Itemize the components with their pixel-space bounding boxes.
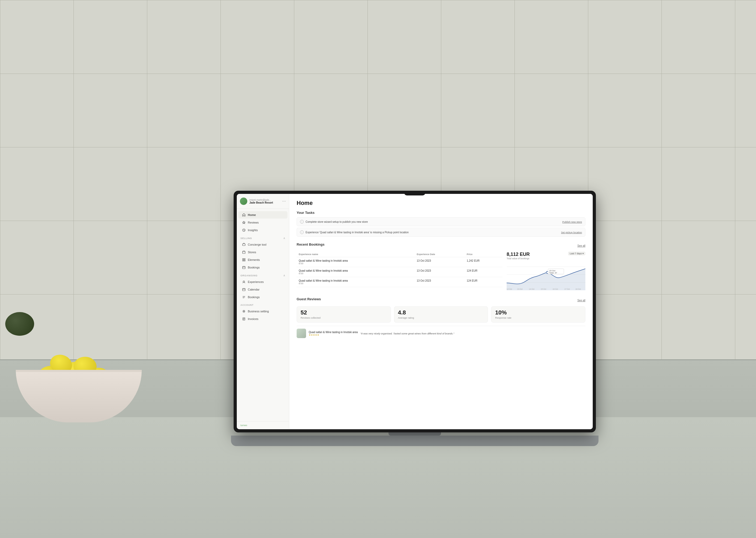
sidebar-item-calendar[interactable]: Calendar bbox=[238, 286, 287, 293]
task-link-1[interactable]: Publish new store bbox=[562, 220, 582, 223]
task-text-2: Experience 'Quad safari & Wine tasting i… bbox=[306, 231, 409, 234]
booking-name-3: Quad safari & Wine tasting in Imotski ar… bbox=[299, 279, 412, 282]
see-all-reviews-link[interactable]: See all bbox=[577, 299, 586, 302]
review-text: "It was very nicely organised. Tasted so… bbox=[360, 332, 454, 335]
booking-price-2: 124 EUR bbox=[467, 269, 500, 272]
svg-text:12 Oct: 12 Oct bbox=[507, 288, 512, 290]
reviews-stats: 52 Reviews collected 4.8 Average rating … bbox=[297, 306, 586, 323]
review-details: Quad safari & Wine tasting in Imotski ar… bbox=[309, 331, 358, 336]
chart-label: Total value of bookings bbox=[507, 257, 530, 260]
table-row[interactable]: Quad safari & Wine tasting in Imotski ar… bbox=[297, 277, 502, 287]
experiences-label: Experiences bbox=[248, 280, 264, 284]
svg-rect-5 bbox=[243, 260, 244, 261]
sidebar-footer: turneo bbox=[237, 421, 289, 429]
booking-price-3: 124 EUR bbox=[467, 279, 500, 282]
stores-label: Stores bbox=[248, 250, 256, 254]
sidebar-item-bookings-sell[interactable]: Bookings bbox=[238, 264, 287, 271]
laptop-wrapper: imipeti.martin@jade... Jade Beach Resort… bbox=[231, 191, 598, 446]
sidebar-item-bookings-org[interactable]: Bookings bbox=[238, 294, 287, 301]
booking-date-1: 13 Oct 2023 bbox=[414, 257, 465, 267]
stat-number-rating: 4.8 bbox=[398, 310, 484, 315]
bookings-org-icon bbox=[242, 295, 246, 299]
sidebar-item-elements[interactable]: Elements bbox=[238, 256, 287, 263]
bookings-table: Experience name Experience Date Price Qu… bbox=[297, 252, 502, 287]
svg-text:13 Oct: 13 Oct bbox=[517, 288, 523, 290]
svg-rect-4 bbox=[244, 258, 245, 259]
laptop-screen: imipeti.martin@jade... Jade Beach Resort… bbox=[237, 194, 593, 429]
settings-icon bbox=[242, 309, 246, 313]
bookings-layout: Experience name Experience Date Price Qu… bbox=[297, 252, 586, 291]
col-header-name: Experience name bbox=[297, 252, 414, 257]
bookings-section-title: Recent Bookings bbox=[297, 242, 324, 246]
main-content: Home Your Tasks i Complete store wizard … bbox=[289, 194, 593, 429]
reviews-section: Guest Reviews See all 52 Reviews collect… bbox=[297, 297, 586, 341]
laptop-notch bbox=[404, 191, 425, 195]
star-icon bbox=[242, 221, 246, 224]
booking-price-1: 1,242 EUR bbox=[467, 259, 500, 262]
svg-rect-2 bbox=[243, 252, 245, 253]
task-left-1: i Complete store wizard setup to publish… bbox=[300, 220, 368, 224]
svg-rect-3 bbox=[243, 258, 244, 259]
review-exp-name: Quad safari & Wine tasting in Imotski ar… bbox=[309, 331, 358, 334]
bookings-table-container: Experience name Experience Date Price Qu… bbox=[297, 252, 502, 291]
svg-text:14 Oct: 14 Oct bbox=[529, 288, 535, 290]
insights-label: Insights bbox=[248, 229, 258, 232]
see-all-bookings-link[interactable]: See all bbox=[577, 244, 586, 247]
sidebar-item-home[interactable]: Home bbox=[238, 211, 287, 219]
business-setting-label: Business setting bbox=[248, 310, 269, 313]
svg-text:Total: 37: Total: 37 bbox=[549, 272, 557, 274]
task-text-1: Complete store wizard setup to publish y… bbox=[306, 220, 368, 223]
collapse-organising-icon[interactable]: ∧ bbox=[283, 274, 285, 277]
sidebar-item-stores[interactable]: Stores bbox=[238, 248, 287, 256]
brand-info: imipeti.martin@jade... Jade Beach Resort bbox=[249, 198, 280, 204]
svg-text:17 Oct: 17 Oct bbox=[564, 288, 570, 290]
stat-number-response: 10% bbox=[495, 310, 582, 315]
calendar-label: Calendar bbox=[248, 288, 260, 291]
svg-text:15 Oct: 15 Oct bbox=[541, 288, 546, 290]
svg-rect-1 bbox=[243, 244, 245, 245]
booking-time-2: 8:00 bbox=[299, 272, 412, 275]
selling-section-label: SELLING ∧ bbox=[237, 234, 289, 241]
sidebar-item-experiences[interactable]: Experiences bbox=[238, 278, 287, 286]
sidebar-item-insights[interactable]: Insights bbox=[238, 227, 287, 234]
user-email: imipeti.martin@jade... bbox=[249, 198, 280, 201]
sidebar-item-concierge[interactable]: Concierge tool bbox=[238, 241, 287, 248]
chart-info: 8,112 EUR Total value of bookings bbox=[507, 252, 530, 260]
laptop-screen-outer: imipeti.martin@jade... Jade Beach Resort… bbox=[234, 191, 596, 432]
task-item-2: i Experience 'Quad safari & Wine tasting… bbox=[297, 228, 586, 237]
sidebar-item-invoices[interactable]: Invoices bbox=[238, 315, 287, 323]
sidebar-item-business-setting[interactable]: Business setting bbox=[238, 308, 287, 315]
laptop-base bbox=[231, 436, 598, 446]
brand-name: Jade Beach Resort bbox=[249, 201, 280, 204]
invoices-label: Invoices bbox=[248, 317, 258, 320]
sidebar-item-reviews[interactable]: Reviews bbox=[238, 219, 287, 226]
chart-period-selector[interactable]: Last 7 days ▾ bbox=[568, 252, 586, 255]
svg-rect-6 bbox=[244, 260, 245, 261]
reviews-label: Reviews bbox=[248, 221, 259, 224]
chart-header: 8,112 EUR Total value of bookings Last 7… bbox=[507, 252, 586, 260]
avatar bbox=[240, 197, 247, 205]
task-link-2[interactable]: Set pickup location bbox=[561, 231, 582, 234]
table-row[interactable]: Quad safari & Wine tasting in Imotski ar… bbox=[297, 257, 502, 267]
svg-rect-7 bbox=[243, 266, 245, 269]
sidebar-header: imipeti.martin@jade... Jade Beach Resort… bbox=[237, 194, 289, 209]
booking-time-1: 8:00 bbox=[299, 262, 412, 265]
chart-period-label: Last 7 days bbox=[570, 252, 582, 255]
bowl bbox=[16, 370, 142, 422]
stores-icon bbox=[242, 250, 246, 254]
booking-date-3: 13 Oct 2023 bbox=[414, 277, 465, 287]
footer-brand: turneo bbox=[240, 424, 285, 427]
collapse-selling-icon[interactable]: ∧ bbox=[283, 237, 285, 240]
review-item-1: Quad safari & Wine tasting in Imotski ar… bbox=[297, 326, 586, 341]
svg-rect-9 bbox=[243, 289, 245, 291]
stat-card-rating: 4.8 Average rating bbox=[394, 306, 488, 323]
bookings-section: Recent Bookings See all Experience name … bbox=[297, 242, 586, 291]
task-info-icon-2: i bbox=[300, 230, 304, 234]
table-row[interactable]: Quad safari & Wine tasting in Imotski ar… bbox=[297, 267, 502, 277]
svg-text:16 Oct: 16 Oct bbox=[552, 288, 558, 290]
tasks-section: Your Tasks i Complete store wizard setup… bbox=[297, 211, 586, 237]
tasks-section-title: Your Tasks bbox=[297, 211, 586, 215]
booking-time-3: 8:00 bbox=[299, 282, 412, 285]
svg-point-16 bbox=[546, 272, 548, 273]
more-options-icon[interactable]: ⋯ bbox=[282, 199, 286, 203]
